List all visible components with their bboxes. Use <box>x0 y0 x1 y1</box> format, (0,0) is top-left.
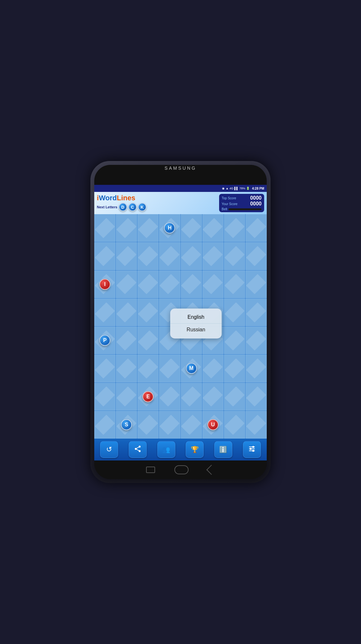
grid-cell-2-4[interactable] <box>181 270 202 298</box>
phone-screen-container: ◉ ▲ 4G ▌▌ 78% 🔋 4:28 PM iWordLines Next … <box>94 165 267 479</box>
screen: ◉ ▲ 4G ▌▌ 78% 🔋 4:28 PM iWordLines Next … <box>94 185 267 460</box>
grid-cell-0-4[interactable] <box>181 214 202 242</box>
grid-cell-0-0[interactable] <box>94 214 116 242</box>
belt-row: Belt <box>222 207 262 211</box>
grid-cell-7-5[interactable]: U <box>202 411 224 439</box>
settings-button[interactable] <box>243 441 261 458</box>
next-letter-k: K <box>138 203 146 211</box>
next-letters-row: Next Letters D C K <box>97 203 217 211</box>
grid-cell-6-7[interactable] <box>245 383 267 411</box>
grid-cell-1-0[interactable] <box>94 242 116 270</box>
game-board-wrapper[interactable]: HIPMESU English Russian <box>94 214 267 439</box>
tile-P[interactable]: P <box>99 335 110 346</box>
grid-cell-0-1[interactable] <box>116 214 137 242</box>
recent-apps-button[interactable] <box>146 467 155 473</box>
trophy-button[interactable]: 🏆 <box>186 441 204 458</box>
grid-cell-7-2[interactable] <box>137 411 159 439</box>
tile-M[interactable]: M <box>186 363 197 374</box>
grid-cell-6-2[interactable]: E <box>137 383 159 411</box>
battery-label: 78% <box>239 187 245 190</box>
grid-cell-1-1[interactable] <box>116 242 137 270</box>
back-button[interactable] <box>206 465 216 475</box>
grid-cell-3-2[interactable] <box>137 298 159 326</box>
header-left: iWordLines Next Letters D C K <box>97 194 217 212</box>
grid-cell-5-3[interactable] <box>159 355 180 382</box>
battery-icon: 🔋 <box>246 187 250 190</box>
grid-cell-1-2[interactable] <box>137 242 159 270</box>
grid-cell-0-5[interactable] <box>202 214 224 242</box>
home-button[interactable] <box>174 465 189 474</box>
grid-cell-2-5[interactable] <box>202 270 224 298</box>
grid-cell-0-7[interactable] <box>245 214 267 242</box>
next-letters-label: Next Letters <box>97 205 117 209</box>
grid-cell-5-1[interactable] <box>116 355 137 382</box>
grid-cell-2-2[interactable] <box>137 270 159 298</box>
grid-cell-7-0[interactable] <box>94 411 116 439</box>
grid-cell-0-6[interactable] <box>224 214 245 242</box>
grid-cell-0-3[interactable]: H <box>159 214 180 242</box>
grid-cell-2-7[interactable] <box>245 270 267 298</box>
language-option-russian[interactable]: Russian <box>170 324 222 336</box>
grid-cell-5-5[interactable] <box>202 355 224 382</box>
grid-cell-4-1[interactable] <box>116 327 137 354</box>
phone-nav <box>94 460 267 479</box>
belt-label: Belt <box>222 207 227 211</box>
grid-cell-6-1[interactable] <box>116 383 137 411</box>
grid-cell-4-6[interactable] <box>224 327 245 354</box>
grid-cell-1-4[interactable] <box>181 242 202 270</box>
top-score-label: Top Score <box>222 196 236 200</box>
share-button[interactable] <box>129 441 147 458</box>
grid-cell-7-6[interactable] <box>224 411 245 439</box>
language-option-english[interactable]: English <box>170 311 222 324</box>
grid-cell-4-0[interactable]: P <box>94 327 116 354</box>
grid-cell-1-6[interactable] <box>224 242 245 270</box>
your-score-row: Your Score 0000 <box>222 201 262 207</box>
svg-point-0 <box>139 446 141 448</box>
next-letter-d: D <box>119 203 127 211</box>
language-dropdown[interactable]: English Russian <box>170 308 222 338</box>
share-icon <box>134 445 142 454</box>
grid-cell-7-4[interactable] <box>181 411 202 439</box>
info-icon: ℹ️ <box>219 446 227 453</box>
grid-cell-2-6[interactable] <box>224 270 245 298</box>
belt-bar <box>228 208 262 210</box>
grid-cell-1-7[interactable] <box>245 242 267 270</box>
grid-cell-5-0[interactable] <box>94 355 116 382</box>
grid-cell-2-3[interactable] <box>159 270 180 298</box>
grid-cell-5-4[interactable]: M <box>181 355 202 382</box>
tile-E[interactable]: E <box>143 391 153 402</box>
grid-cell-6-4[interactable] <box>181 383 202 411</box>
tile-I[interactable]: I <box>99 279 110 290</box>
grid-cell-1-3[interactable] <box>159 242 180 270</box>
grid-cell-1-5[interactable] <box>202 242 224 270</box>
grid-cell-6-6[interactable] <box>224 383 245 411</box>
community-button[interactable]: 👥 <box>157 441 175 458</box>
game-header: iWordLines Next Letters D C K Top Score … <box>94 192 267 214</box>
grid-cell-5-2[interactable] <box>137 355 159 382</box>
grid-cell-0-2[interactable] <box>137 214 159 242</box>
tile-S[interactable]: S <box>121 419 132 430</box>
status-bar: ◉ ▲ 4G ▌▌ 78% 🔋 4:28 PM <box>94 185 267 192</box>
grid-cell-2-0[interactable]: I <box>94 270 116 298</box>
top-score-value: 0000 <box>250 195 262 201</box>
grid-cell-4-7[interactable] <box>245 327 267 354</box>
tile-H[interactable]: H <box>164 223 175 233</box>
tile-U[interactable]: U <box>208 419 218 430</box>
grid-cell-3-7[interactable] <box>245 298 267 326</box>
grid-cell-4-2[interactable] <box>137 327 159 354</box>
info-button[interactable]: ℹ️ <box>214 441 232 458</box>
grid-cell-3-1[interactable] <box>116 298 137 326</box>
grid-cell-5-6[interactable] <box>224 355 245 382</box>
grid-cell-3-6[interactable] <box>224 298 245 326</box>
grid-cell-5-7[interactable] <box>245 355 267 382</box>
restart-button[interactable]: ↺ <box>100 441 118 458</box>
grid-cell-6-5[interactable] <box>202 383 224 411</box>
grid-cell-3-0[interactable] <box>94 298 116 326</box>
grid-cell-7-1[interactable]: S <box>116 411 137 439</box>
grid-cell-2-1[interactable] <box>116 270 137 298</box>
grid-cell-6-3[interactable] <box>159 383 180 411</box>
grid-cell-7-7[interactable] <box>245 411 267 439</box>
grid-cell-6-0[interactable] <box>94 383 116 411</box>
grid-cell-7-3[interactable] <box>159 411 180 439</box>
phone-frame: SAMSUNG ◉ ▲ 4G ▌▌ 78% 🔋 4:28 PM <box>90 161 271 483</box>
